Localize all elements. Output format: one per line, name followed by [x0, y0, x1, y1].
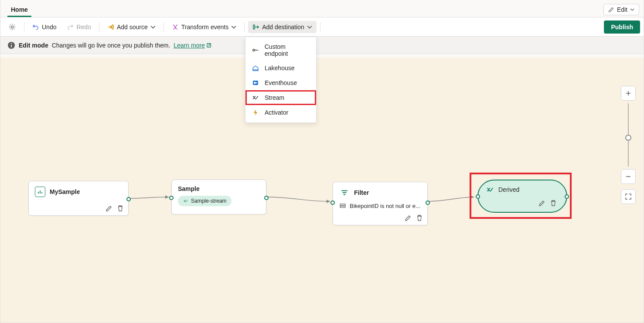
svg-point-0	[11, 26, 13, 28]
svg-point-5	[11, 43, 12, 44]
stream-icon	[252, 94, 259, 102]
dest-menu-lakehouse[interactable]: Lakehouse	[245, 61, 316, 75]
zoom-slider[interactable]	[628, 103, 629, 167]
trash-icon	[416, 214, 423, 221]
chevron-down-icon	[150, 24, 156, 30]
pencil-icon	[608, 7, 614, 13]
transform-events-label: Transform events	[181, 24, 228, 31]
svg-marker-9	[165, 195, 169, 199]
undo-icon	[32, 24, 39, 31]
node-sample[interactable]: Sample Sample-stream	[171, 180, 266, 214]
node-filter-in-port[interactable]	[331, 201, 335, 205]
source-in-icon	[107, 24, 114, 31]
dest-menu-eventhouse[interactable]: Eventhouse	[245, 75, 316, 90]
activator-icon	[252, 109, 259, 116]
node-filter-delete[interactable]	[416, 214, 423, 221]
settings-button[interactable]	[4, 20, 20, 34]
dest-menu-stream-label: Stream	[265, 94, 284, 101]
pencil-icon	[538, 200, 545, 207]
fit-to-screen-button[interactable]	[621, 189, 636, 204]
node-filter-rule: BikepointID is not null or e...	[350, 203, 420, 209]
dest-menu-activator-label: Activator	[265, 109, 288, 116]
plus-icon	[625, 90, 631, 96]
zoom-out-button[interactable]	[621, 169, 636, 184]
chart-icon	[35, 187, 45, 197]
publish-button[interactable]: Publish	[604, 20, 640, 34]
info-message: Changes will go live once you publish th…	[52, 42, 170, 49]
dest-menu-custom-endpoint[interactable]: Custom endpoint	[245, 40, 316, 61]
pencil-icon	[106, 205, 112, 212]
node-sample-title: Sample	[178, 185, 200, 192]
node-derived-title: Derived	[498, 186, 519, 193]
dest-menu-eventhouse-label: Eventhouse	[265, 79, 297, 86]
svg-rect-4	[11, 44, 12, 47]
undo-label: Undo	[42, 24, 56, 31]
edit-mode-info-bar: Edit mode Changes will go live once you …	[0, 37, 644, 54]
node-derived-highlight: Derived	[470, 173, 572, 219]
add-source-label: Add source	[117, 24, 148, 31]
redo-button[interactable]: Redo	[62, 21, 95, 33]
tab-bar: Home Edit	[0, 0, 644, 17]
node-mysample-title: MySample	[50, 188, 80, 195]
stream-icon	[183, 198, 188, 204]
node-filter-out-port[interactable]	[426, 201, 430, 205]
node-sample-out-port[interactable]	[264, 196, 269, 200]
node-filter[interactable]: Filter BikepointID is not null or e...	[333, 182, 428, 225]
node-sample-pill-label: Sample-stream	[191, 198, 226, 204]
trash-icon	[117, 205, 124, 212]
pipeline-canvas[interactable]: MySample Sample Sample-stream Filter Bik	[0, 58, 644, 323]
info-mode-label: Edit mode	[19, 42, 48, 49]
svg-point-8	[254, 82, 256, 84]
node-mysample[interactable]: MySample	[28, 181, 129, 216]
eventhouse-icon	[252, 79, 259, 87]
node-sample-in-port[interactable]	[169, 196, 174, 200]
edit-dropdown-button[interactable]: Edit	[603, 4, 639, 15]
learn-more-link[interactable]: Learn more	[174, 42, 211, 49]
destination-out-icon	[252, 24, 259, 31]
add-destination-button[interactable]: Add destination	[248, 21, 317, 33]
pencil-icon	[405, 214, 412, 221]
zoom-thumb[interactable]	[625, 135, 631, 141]
gear-icon	[8, 23, 16, 31]
node-derived-out-port[interactable]	[565, 194, 569, 199]
dest-menu-stream[interactable]: Stream	[245, 90, 316, 105]
node-mysample-delete[interactable]	[117, 205, 124, 212]
dest-menu-activator[interactable]: Activator	[245, 105, 316, 120]
node-mysample-edit[interactable]	[106, 205, 112, 212]
filter-icon	[339, 187, 350, 198]
svg-marker-10	[327, 200, 330, 203]
open-link-icon	[206, 43, 211, 48]
rule-icon	[339, 202, 346, 209]
add-source-button[interactable]: Add source	[103, 21, 160, 33]
node-derived-in-port[interactable]	[476, 194, 480, 199]
transform-icon	[172, 24, 179, 31]
node-derived[interactable]: Derived	[477, 180, 567, 213]
node-filter-title: Filter	[354, 189, 369, 196]
lakehouse-icon	[252, 64, 259, 72]
zoom-in-button[interactable]	[621, 86, 636, 101]
add-destination-label: Add destination	[262, 24, 304, 31]
svg-rect-12	[340, 204, 345, 205]
transform-events-button[interactable]: Transform events	[167, 21, 241, 33]
edit-dropdown-label: Edit	[617, 6, 627, 13]
node-filter-edit[interactable]	[405, 214, 412, 221]
zoom-controls	[621, 86, 636, 204]
trash-icon	[550, 200, 557, 207]
svg-rect-13	[340, 206, 345, 207]
svg-rect-1	[112, 25, 113, 29]
info-icon	[7, 41, 15, 49]
svg-point-6	[253, 49, 255, 51]
endpoint-icon	[252, 46, 259, 54]
tab-home[interactable]: Home	[7, 3, 31, 17]
node-mysample-out-port[interactable]	[126, 197, 131, 201]
caret-down-icon	[630, 7, 634, 12]
node-derived-edit[interactable]	[538, 200, 545, 207]
chevron-down-icon	[231, 24, 236, 30]
fit-icon	[625, 193, 632, 200]
node-sample-stream-pill[interactable]: Sample-stream	[178, 196, 232, 206]
undo-button[interactable]: Undo	[28, 21, 61, 33]
node-derived-delete[interactable]	[550, 200, 557, 207]
dest-menu-custom-endpoint-label: Custom endpoint	[265, 43, 310, 57]
svg-rect-2	[253, 25, 255, 29]
add-destination-menu: Custom endpoint Lakehouse Eventhouse Str…	[245, 37, 317, 123]
